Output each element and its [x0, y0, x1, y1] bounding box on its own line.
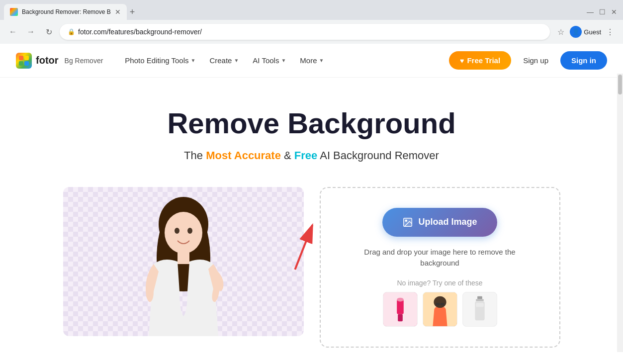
logo-sq-1	[19, 56, 23, 60]
create-label: Create	[209, 56, 232, 65]
create-chevron-icon: ▼	[234, 58, 239, 63]
close-window-button[interactable]: ✕	[609, 7, 619, 17]
more-chevron-icon: ▼	[319, 58, 324, 63]
drop-text-line1: Drag and drop your image here to remove …	[364, 248, 515, 256]
website-content: fotor Bg Remover Photo Editing Tools ▼ C…	[0, 44, 623, 364]
sample-images	[383, 292, 497, 327]
svg-point-13	[397, 297, 404, 301]
demo-area: Upload Image Drag and drop your image he…	[63, 187, 560, 348]
upload-button-label: Upload Image	[418, 217, 477, 227]
upload-image-button[interactable]: Upload Image	[382, 208, 497, 237]
nav-more[interactable]: More ▼	[294, 52, 330, 69]
browser-actions: ☆ 👤 Guest ⋮	[554, 25, 617, 39]
guest-label: Guest	[584, 28, 601, 36]
subtitle-suffix: AI Background Remover	[317, 149, 439, 162]
signup-button[interactable]: Sign up	[517, 52, 554, 69]
svg-point-2	[165, 212, 202, 254]
ai-tools-label: AI Tools	[253, 56, 279, 65]
tab-bar: Background Remover: Remove B ✕ + — ☐ ✕	[0, 0, 623, 20]
logo-area[interactable]: fotor Bg Remover	[16, 53, 103, 69]
tab-title: Background Remover: Remove B	[22, 8, 111, 15]
svg-rect-24	[476, 303, 484, 307]
signin-button[interactable]: Sign in	[560, 51, 607, 70]
more-label: More	[300, 56, 317, 65]
subtitle-highlight2: Free	[294, 149, 317, 162]
free-trial-label: Free Trial	[467, 56, 500, 65]
nav-photo-editing-tools[interactable]: Photo Editing Tools ▼	[119, 52, 201, 69]
subtitle-separator: &	[281, 149, 294, 162]
drop-text-line2: background	[420, 259, 459, 267]
hero-title: Remove Background	[20, 107, 603, 139]
svg-rect-18	[440, 303, 444, 305]
sample-thumb-lipstick[interactable]	[383, 292, 418, 327]
sample-thumb-woman[interactable]	[423, 292, 457, 327]
tab-close-button[interactable]: ✕	[115, 8, 121, 16]
ai-tools-chevron-icon: ▼	[281, 58, 286, 63]
window-controls: — ☐ ✕	[585, 7, 619, 17]
sample-section: No image? Try one of these	[383, 279, 497, 327]
profile-button[interactable]: 👤 Guest	[570, 25, 601, 39]
hero-subtitle: The Most Accurate & Free AI Background R…	[20, 149, 603, 162]
subtitle-highlight1: Most Accurate	[206, 149, 281, 162]
url-text: fotor.com/features/background-remover/	[78, 28, 202, 36]
logo-text: fotor	[36, 55, 59, 66]
sample-image-container	[63, 187, 304, 336]
lock-icon: 🔒	[68, 28, 75, 35]
maximize-button[interactable]: ☐	[597, 7, 607, 17]
svg-rect-21	[477, 296, 482, 299]
minimize-button[interactable]: —	[585, 7, 595, 17]
navbar: fotor Bg Remover Photo Editing Tools ▼ C…	[0, 44, 623, 78]
main-content: Remove Background The Most Accurate & Fr…	[0, 78, 623, 364]
profile-icon: 👤	[570, 26, 582, 38]
address-bar: ← → ↻ 🔒 fotor.com/features/background-re…	[0, 20, 623, 44]
browser-tab[interactable]: Background Remover: Remove B ✕	[4, 4, 127, 20]
scrollbar[interactable]	[617, 74, 623, 352]
fotor-logo-icon	[16, 53, 32, 69]
scrollbar-thumb[interactable]	[618, 75, 622, 94]
svg-rect-12	[398, 314, 403, 322]
svg-point-4	[187, 228, 192, 234]
free-trial-button[interactable]: ♥ Free Trial	[449, 51, 511, 70]
logo-sq-3	[19, 61, 23, 66]
upload-icon	[402, 217, 413, 228]
svg-rect-22	[476, 299, 484, 301]
menu-button[interactable]: ⋮	[603, 25, 617, 39]
photo-editing-tools-label: Photo Editing Tools	[125, 56, 188, 65]
bg-remover-label: Bg Remover	[65, 57, 103, 65]
subtitle-prefix: The	[184, 149, 206, 162]
nav-actions: ♥ Free Trial Sign up Sign in	[449, 51, 607, 70]
nav-links: Photo Editing Tools ▼ Create ▼ AI Tools …	[119, 52, 433, 69]
drop-text: Drag and drop your image here to remove …	[364, 247, 515, 269]
new-tab-button[interactable]: +	[130, 7, 135, 17]
svg-point-3	[175, 228, 179, 234]
svg-point-9	[406, 220, 407, 221]
back-button[interactable]: ←	[6, 25, 20, 39]
upload-section: Upload Image Drag and drop your image he…	[320, 187, 560, 348]
favicon	[10, 8, 18, 16]
sample-label: No image? Try one of these	[383, 279, 497, 287]
photo-editing-chevron-icon: ▼	[191, 58, 196, 63]
refresh-button[interactable]: ↻	[42, 25, 56, 39]
lipstick-icon	[383, 292, 417, 327]
perfume-bottle-icon	[463, 292, 497, 327]
nav-create[interactable]: Create ▼	[203, 52, 245, 69]
signin-label: Sign in	[571, 56, 596, 65]
browser-window: Background Remover: Remove B ✕ + — ☐ ✕ ←…	[0, 0, 623, 44]
woman-illustration	[104, 192, 263, 336]
svg-rect-17	[436, 303, 440, 305]
nav-ai-tools[interactable]: AI Tools ▼	[247, 52, 292, 69]
logo-sq-4	[24, 61, 29, 66]
logo-sq-2	[24, 56, 29, 60]
svg-point-16	[434, 296, 446, 308]
logo-squares	[19, 56, 29, 66]
bookmark-button[interactable]: ☆	[554, 25, 568, 39]
upload-dropzone[interactable]: Upload Image Drag and drop your image he…	[320, 187, 560, 348]
woman-outdoors-icon	[423, 292, 457, 327]
profile-avatar-icon: 👤	[572, 28, 580, 35]
forward-button[interactable]: →	[24, 25, 38, 39]
svg-rect-5	[178, 252, 189, 264]
url-bar[interactable]: 🔒 fotor.com/features/background-remover/	[60, 24, 550, 40]
sample-thumb-perfume[interactable]	[462, 292, 497, 327]
signup-label: Sign up	[523, 56, 548, 65]
svg-rect-11	[397, 299, 404, 314]
